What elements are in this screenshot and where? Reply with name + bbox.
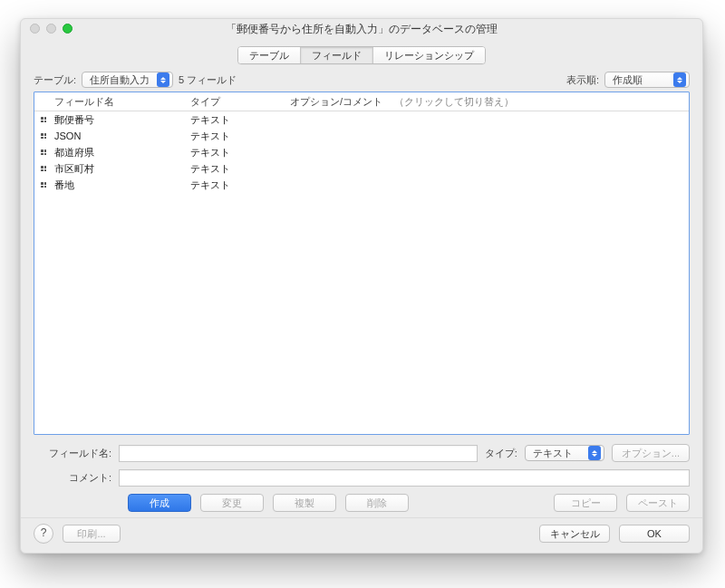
- table-row[interactable]: JSONテキスト: [34, 128, 689, 144]
- col-header-options[interactable]: オプション/コメント （クリックして切り替え）: [290, 95, 689, 109]
- top-tabs: テーブル フィールド リレーションシップ: [237, 46, 486, 64]
- ok-button[interactable]: OK: [619, 525, 690, 543]
- window-title: 「郵便番号から住所を自動入力」のデータベースの管理: [21, 19, 702, 39]
- field-type-cell: テキスト: [190, 178, 290, 192]
- col-header-type[interactable]: タイプ: [190, 95, 290, 109]
- field-name-cell: JSON: [53, 130, 190, 141]
- titlebar: 「郵便番号から住所を自動入力」のデータベースの管理: [21, 19, 702, 39]
- field-list-body[interactable]: 郵便番号テキストJSONテキスト都道府県テキスト市区町村テキスト番地テキスト: [34, 111, 689, 434]
- manage-database-window: 「郵便番号から住所を自動入力」のデータベースの管理 テーブル フィールド リレー…: [20, 18, 703, 554]
- field-name-cell: 郵便番号: [53, 113, 190, 127]
- field-form: フィールド名: タイプ: テキスト オプション... コメント:: [21, 435, 702, 492]
- view-order-label: 表示順:: [566, 73, 599, 87]
- cancel-button[interactable]: キャンセル: [539, 525, 610, 543]
- table-popup[interactable]: 住所自動入力: [82, 72, 173, 88]
- create-button[interactable]: 作成: [128, 494, 191, 512]
- type-popup[interactable]: テキスト: [525, 445, 604, 461]
- help-button[interactable]: ?: [34, 524, 53, 544]
- footer: ? 印刷... キャンセル OK: [21, 517, 702, 553]
- table-row[interactable]: 番地テキスト: [34, 177, 689, 193]
- change-button[interactable]: 変更: [200, 494, 264, 512]
- minimize-icon[interactable]: [46, 24, 56, 34]
- print-button[interactable]: 印刷...: [63, 525, 121, 543]
- traffic-lights: [30, 24, 72, 34]
- table-row[interactable]: 市区町村テキスト: [34, 160, 689, 177]
- type-label: タイプ:: [485, 447, 517, 460]
- field-type-cell: テキスト: [190, 162, 290, 176]
- copy-button[interactable]: コピー: [554, 494, 617, 512]
- field-name-input[interactable]: [119, 445, 478, 462]
- updown-icon: [673, 72, 686, 87]
- comment-label: コメント:: [34, 471, 111, 485]
- duplicate-button[interactable]: 複製: [273, 494, 336, 512]
- close-icon[interactable]: [30, 24, 40, 34]
- field-name-cell: 市区町村: [53, 162, 190, 176]
- field-count: 5 フィールド: [179, 73, 237, 87]
- zoom-icon[interactable]: [63, 24, 72, 34]
- view-order-popup[interactable]: 作成順: [604, 72, 690, 88]
- drag-handle-icon[interactable]: [34, 166, 53, 171]
- tab-tables[interactable]: テーブル: [238, 47, 301, 63]
- drag-handle-icon[interactable]: [34, 182, 53, 188]
- action-buttons: 作成 変更 複製 削除 コピー ペースト: [21, 492, 702, 517]
- type-popup-value: テキスト: [533, 447, 573, 460]
- table-selector-row: テーブル: 住所自動入力 5 フィールド 表示順: 作成順: [21, 70, 702, 92]
- tab-relationships[interactable]: リレーションシップ: [373, 47, 485, 63]
- field-name-cell: 番地: [53, 178, 190, 192]
- field-type-cell: テキスト: [190, 130, 290, 143]
- field-name-cell: 都道府県: [53, 146, 190, 159]
- field-list: フィールド名 タイプ オプション/コメント （クリックして切り替え） 郵便番号テ…: [34, 92, 690, 435]
- table-popup-value: 住所自動入力: [90, 73, 150, 87]
- drag-handle-icon[interactable]: [34, 149, 53, 155]
- updown-icon: [157, 72, 169, 87]
- view-order-value: 作成順: [613, 73, 643, 87]
- comment-input[interactable]: [119, 469, 690, 487]
- field-list-header: フィールド名 タイプ オプション/コメント （クリックして切り替え）: [34, 92, 689, 111]
- table-row[interactable]: 郵便番号テキスト: [34, 111, 689, 128]
- tabs-row: テーブル フィールド リレーションシップ: [21, 39, 702, 70]
- col-header-name[interactable]: フィールド名: [53, 95, 190, 109]
- drag-handle-icon[interactable]: [34, 133, 53, 139]
- drag-handle-icon[interactable]: [34, 117, 53, 122]
- field-name-label: フィールド名:: [34, 447, 111, 460]
- field-type-cell: テキスト: [190, 146, 290, 159]
- tab-fields[interactable]: フィールド: [301, 47, 373, 63]
- paste-button[interactable]: ペースト: [626, 494, 690, 512]
- table-row[interactable]: 都道府県テキスト: [34, 144, 689, 160]
- options-button[interactable]: オプション...: [612, 444, 690, 462]
- delete-button[interactable]: 削除: [345, 494, 409, 512]
- updown-icon: [588, 446, 601, 460]
- field-type-cell: テキスト: [190, 113, 290, 127]
- table-label: テーブル:: [34, 73, 76, 87]
